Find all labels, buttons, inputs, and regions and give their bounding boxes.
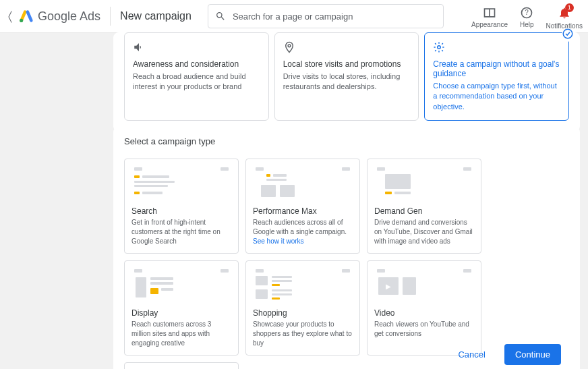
header-divider [110, 7, 111, 26]
goal-desc: Choose a campaign type first, without a … [433, 81, 560, 112]
google-ads-icon [19, 9, 34, 24]
type-card-search[interactable]: Search Get in front of high-intent custo… [124, 159, 239, 254]
cancel-button[interactable]: Cancel [447, 344, 496, 365]
wizard-footer: Cancel Continue [447, 344, 561, 365]
shopping-preview [253, 268, 353, 302]
continue-button[interactable]: Continue [504, 344, 561, 365]
brand-logo[interactable]: Google Ads [19, 9, 100, 24]
type-desc: Get in front of high-intent customers at… [131, 218, 231, 246]
search-icon [215, 11, 226, 22]
type-desc-text: Reach audiences across all of Google wit… [253, 219, 347, 235]
goal-title: Local store visits and promotions [283, 59, 411, 69]
goals-panel: Awareness and consideration Reach a broa… [113, 32, 580, 132]
back-chevron-icon[interactable]: 〈 [5, 9, 15, 24]
type-title: Search [131, 206, 231, 216]
type-card-app[interactable]: App Drive downloads and grow engagement … [124, 362, 239, 369]
type-desc: Showcase your products to shoppers as th… [253, 320, 353, 348]
goal-desc: Reach a broad audience and build interes… [133, 72, 260, 92]
types-heading: Select a campaign type [124, 136, 569, 146]
type-card-shopping[interactable]: Shopping Showcase your products to shopp… [245, 260, 360, 356]
speaker-icon [133, 41, 260, 55]
header-actions: Appearance ? Help 1 Notifications [471, 3, 583, 30]
type-grid: Search Get in front of high-intent custo… [124, 159, 569, 369]
search-input[interactable] [231, 11, 436, 22]
pmax-learn-link[interactable]: See how it works [253, 237, 304, 245]
svg-point-0 [20, 19, 23, 22]
type-title: Demand Gen [374, 206, 474, 216]
page-title: New campaign [120, 10, 192, 22]
goal-desc: Drive visits to local stores, including … [283, 72, 411, 92]
type-desc: Reach viewers on YouTube and get convers… [374, 320, 474, 339]
appearance-icon [483, 6, 496, 20]
search-box[interactable] [208, 4, 444, 28]
appearance-button[interactable]: Appearance [471, 6, 508, 28]
demandgen-preview [374, 166, 474, 200]
notifications-button[interactable]: 1 Notifications [546, 6, 583, 30]
goal-card-local[interactable]: Local store visits and promotions Drive … [274, 32, 419, 121]
type-title: Shopping [253, 308, 353, 318]
display-preview [131, 268, 231, 302]
type-title: Performance Max [253, 206, 353, 216]
types-panel: Select a campaign type Search Get in fro… [113, 127, 580, 369]
type-title: Video [374, 308, 474, 318]
pin-icon [283, 41, 411, 55]
appearance-label: Appearance [471, 21, 508, 28]
video-preview: ▶ [374, 268, 474, 302]
pmax-preview [253, 166, 353, 200]
type-desc: Drive demand and conversions on YouTube,… [374, 218, 474, 246]
type-title: Display [131, 308, 231, 318]
svg-text:?: ? [525, 9, 529, 16]
gear-icon [433, 41, 560, 55]
bell-wrapper: 1 [558, 6, 571, 21]
goal-card-no-goal[interactable]: Create a campaign without a goal's guida… [424, 32, 569, 121]
play-icon: ▶ [386, 283, 391, 290]
check-icon [562, 28, 574, 42]
help-icon: ? [520, 6, 533, 20]
goal-card-awareness[interactable]: Awareness and consideration Reach a broa… [124, 32, 269, 121]
brand-text: Google Ads [38, 9, 100, 24]
type-desc: Reach audiences across all of Google wit… [253, 218, 353, 246]
type-desc: Reach customers across 3 million sites a… [131, 320, 231, 348]
svg-point-3 [288, 45, 291, 47]
type-card-video[interactable]: ▶ Video Reach viewers on YouTube and get… [367, 260, 481, 356]
goal-row: Awareness and consideration Reach a broa… [124, 32, 569, 121]
app-header: 〈 Google Ads New campaign Appearance ? H… [0, 0, 588, 33]
help-button[interactable]: ? Help [520, 6, 534, 28]
goal-title: Awareness and consideration [133, 59, 260, 69]
goal-title: Create a campaign without a goal's guida… [433, 59, 560, 78]
help-label: Help [520, 21, 534, 28]
svg-point-5 [438, 46, 441, 49]
type-card-performance-max[interactable]: Performance Max Reach audiences across a… [245, 159, 360, 254]
search-preview [131, 166, 231, 200]
svg-point-4 [563, 29, 572, 38]
notification-badge: 1 [565, 3, 574, 12]
type-card-demand-gen[interactable]: Demand Gen Drive demand and conversions … [367, 159, 481, 254]
type-card-display[interactable]: Display Reach customers across 3 million… [124, 260, 239, 356]
